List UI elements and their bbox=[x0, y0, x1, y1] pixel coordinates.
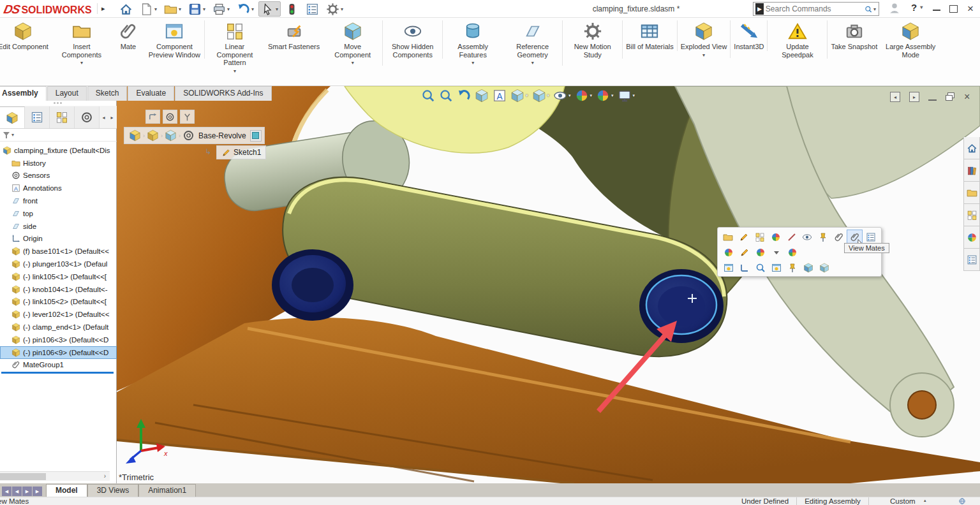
graphics-viewport[interactable]: ▾▾▾▾▾▾▾▾▾▾▾ ◂ ▸ × › › › Base-Revolve ↳ S… bbox=[117, 86, 980, 483]
transparency-icon[interactable] bbox=[816, 260, 832, 275]
filter-funnel-icon[interactable] bbox=[3, 131, 10, 139]
dropdown-caret-icon[interactable]: ▾ bbox=[547, 93, 550, 98]
dropdown-caret-icon[interactable]: ▾ bbox=[633, 93, 635, 98]
tree-item[interactable]: (-) plunger103<1> (Defaul bbox=[0, 258, 117, 270]
pin106-3-part[interactable] bbox=[272, 249, 353, 321]
command-tab[interactable]: Assembly bbox=[0, 86, 47, 101]
custom-properties-icon[interactable] bbox=[963, 249, 980, 271]
part-breadcrumb-icon[interactable] bbox=[147, 129, 159, 142]
undo-icon[interactable]: ▾ bbox=[234, 1, 256, 17]
hide-component-icon[interactable] bbox=[799, 230, 815, 245]
feature-breadcrumb-label[interactable]: Base-Revolve bbox=[198, 131, 246, 140]
tree-filter-bar[interactable]: ▾ bbox=[0, 129, 117, 142]
save-icon[interactable]: ▾ bbox=[186, 1, 208, 17]
tree-item[interactable]: side bbox=[0, 220, 117, 233]
assembly-features-button[interactable]: Assembly Features ▾ bbox=[443, 20, 503, 66]
app-maximize-icon[interactable] bbox=[949, 2, 958, 13]
help-button[interactable]: ?▾ bbox=[911, 2, 923, 13]
rollback-bar[interactable] bbox=[1, 372, 114, 374]
search-magnifier-icon[interactable] bbox=[865, 4, 872, 15]
dropdown-caret-icon[interactable]: ▾ bbox=[531, 60, 534, 66]
tree-item[interactable]: Origin bbox=[0, 233, 117, 245]
window-close-icon[interactable]: × bbox=[964, 91, 970, 103]
options-gear-icon[interactable]: ▾ bbox=[323, 1, 346, 17]
tree-item[interactable]: (-) link105<2> (Default<<[ bbox=[0, 296, 117, 309]
component-pattern-icon[interactable] bbox=[752, 230, 768, 245]
home-icon[interactable]: ▾ bbox=[117, 1, 135, 17]
tree-item[interactable]: (-) pin106<9> (Default<<D bbox=[0, 346, 117, 359]
appearance-picker-icon[interactable] bbox=[752, 245, 768, 260]
dropdown-caret-icon[interactable]: ▾ bbox=[227, 6, 230, 12]
zoom-to-selection-icon[interactable] bbox=[752, 260, 768, 275]
toolbar-flyout-icon[interactable]: ▸ bbox=[97, 3, 109, 14]
dropdown-caret-icon[interactable]: ▾ bbox=[234, 68, 236, 74]
tree-item[interactable]: (f) base101<1> (Default<< bbox=[0, 245, 117, 258]
move-component-button[interactable]: Move Component ▾ bbox=[323, 20, 383, 66]
displaymanager-tab[interactable] bbox=[75, 106, 100, 128]
tree-item[interactable]: Sensors bbox=[0, 170, 117, 182]
command-tab[interactable]: SOLIDWORKS Add-Ins bbox=[175, 86, 271, 101]
design-library-icon[interactable] bbox=[963, 159, 980, 182]
dropdown-caret-icon[interactable]: ▾ bbox=[590, 93, 593, 98]
dropdown-caret-icon[interactable]: ▾ bbox=[611, 93, 614, 98]
appearances-icon[interactable] bbox=[963, 226, 980, 249]
tree-item[interactable]: clamping_fixture (Default<Dis bbox=[0, 144, 117, 157]
linear-component-pattern-button[interactable]: Linear Component Pattern ▾ bbox=[205, 20, 265, 74]
view-list-icon[interactable]: ▾ bbox=[303, 1, 322, 17]
component-preview-window-button[interactable]: Component Preview Window ▾ bbox=[145, 20, 205, 59]
take-snapshot-button[interactable]: Take Snapshot ▾ bbox=[828, 20, 880, 51]
tab-nav-prev[interactable]: ◀ bbox=[12, 487, 22, 496]
bill-of-materials-button[interactable]: Bill of Materials ▾ bbox=[623, 20, 678, 51]
sketch-breadcrumb-item[interactable]: Sketch1 bbox=[216, 145, 266, 159]
configure-feature-icon[interactable] bbox=[815, 230, 831, 245]
bottom-tab[interactable]: Model bbox=[46, 484, 87, 497]
reference-geometry-button[interactable]: Reference Geometry ▾ bbox=[503, 20, 563, 66]
resources-home-icon[interactable] bbox=[963, 137, 980, 159]
temporary-fix-icon[interactable] bbox=[784, 260, 800, 275]
panel-splitter-grip[interactable] bbox=[51, 102, 64, 105]
open-part-icon[interactable] bbox=[720, 230, 736, 245]
preview-window-icon[interactable] bbox=[768, 260, 784, 275]
hide-show-items-icon[interactable]: ▾ bbox=[553, 89, 571, 103]
file-explorer-icon[interactable] bbox=[963, 182, 980, 204]
selection-filter-icon[interactable]: ▾ bbox=[283, 1, 301, 17]
pane-left-icon[interactable]: ◂ bbox=[890, 92, 900, 102]
donut-icon[interactable] bbox=[163, 110, 177, 124]
bent-arrow-icon[interactable] bbox=[145, 110, 160, 124]
caliper-icon[interactable] bbox=[180, 110, 195, 124]
search-dropdown-caret-icon[interactable]: ▾ bbox=[873, 6, 876, 12]
zoom-to-area-icon[interactable]: ▾ bbox=[439, 89, 453, 103]
command-tab[interactable]: Evaluate bbox=[128, 86, 174, 101]
mate-button[interactable]: Mate ▾ bbox=[112, 20, 145, 51]
edit-sketch-icon[interactable] bbox=[736, 245, 752, 260]
app-minimize-icon[interactable] bbox=[933, 1, 940, 11]
isolate-icon[interactable] bbox=[800, 260, 816, 275]
dropdown-caret-icon[interactable]: ▾ bbox=[203, 6, 205, 12]
material-icon[interactable] bbox=[784, 245, 800, 260]
search-commands-box[interactable]: ▶ ▾ bbox=[753, 2, 879, 16]
tab-nav-first[interactable]: ◀ bbox=[2, 487, 11, 496]
show-hidden-components-button[interactable]: Show Hidden Components ▾ bbox=[383, 20, 443, 59]
tree-horizontal-scrollbar[interactable]: › bbox=[0, 471, 110, 481]
bottom-tab[interactable]: 3D Views bbox=[87, 484, 138, 497]
globe-icon[interactable] bbox=[958, 497, 966, 505]
large-assembly-mode-button[interactable]: Large Assembly Mode ▾ bbox=[880, 20, 940, 59]
window-restore-icon[interactable] bbox=[946, 92, 955, 101]
route-elbow-icon[interactable] bbox=[736, 260, 752, 275]
body-breadcrumb-icon[interactable] bbox=[165, 129, 177, 142]
dropdown-caret-icon[interactable]: ▾ bbox=[341, 6, 343, 12]
filter-caret-icon[interactable]: ▾ bbox=[11, 132, 14, 138]
view-orientation-icon[interactable]: ▾ bbox=[510, 89, 528, 103]
tab-nav-next[interactable]: ▶ bbox=[22, 487, 32, 496]
appearance-icon[interactable] bbox=[768, 230, 783, 245]
dropdown-caret-icon[interactable]: ▾ bbox=[80, 60, 83, 66]
command-tab[interactable]: Sketch bbox=[87, 86, 128, 101]
search-scope-icon[interactable]: ▶ bbox=[755, 3, 764, 15]
select-arrow-icon[interactable]: ▾ bbox=[258, 1, 281, 17]
dropdown-caret-icon[interactable]: ▾ bbox=[179, 6, 181, 12]
search-input[interactable] bbox=[766, 4, 865, 13]
assembly-breadcrumb-icon[interactable] bbox=[129, 129, 141, 142]
update-speedpak-button[interactable]: Update Speedpak ▾ bbox=[768, 20, 828, 59]
help-caret-icon[interactable]: ▾ bbox=[920, 4, 923, 10]
tab-scroll-right[interactable]: ▸ bbox=[108, 106, 116, 128]
